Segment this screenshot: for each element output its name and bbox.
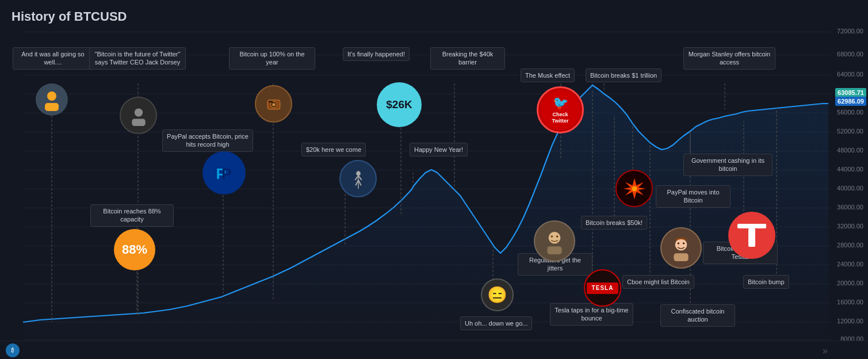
svg-point-24: [678, 242, 679, 244]
svg-point-0: [47, 91, 56, 101]
svg-point-18: [551, 235, 553, 237]
icon-paypal: P P: [202, 151, 246, 194]
y-label-72000: 72000.00: [837, 28, 863, 35]
y-label-68000: 68000.00: [837, 51, 863, 58]
y-label-12000: 12000.00: [837, 318, 863, 324]
nav-arrows-forward[interactable]: »: [823, 346, 828, 356]
price-chart-svg: [0, 0, 828, 345]
icon-starburst: [615, 170, 653, 207]
y-label-52000: 52000.00: [837, 128, 863, 135]
price-label-low: 62986.09: [835, 97, 866, 106]
icon-radio: [255, 85, 292, 123]
icon-person-climb: [339, 160, 377, 197]
icon-26k: $26K: [377, 82, 422, 127]
y-label-64000: 64000.00: [837, 71, 863, 78]
icon-sad-face: 😑: [481, 278, 514, 311]
icon-tesla-dark: TESLA: [584, 269, 621, 307]
svg-rect-17: [547, 246, 561, 254]
svg-point-11: [356, 171, 361, 175]
y-label-40000: 40000.00: [837, 185, 863, 192]
y-label-16000: 16000.00: [837, 299, 863, 305]
brand-logo: ₿: [6, 343, 20, 357]
y-label-24000: 24000.00: [837, 261, 863, 268]
svg-point-19: [556, 235, 558, 237]
y-label-32000: 32000.00: [837, 223, 863, 230]
svg-rect-3: [132, 119, 145, 126]
svg-point-25: [683, 242, 685, 244]
chart-container: History of BTCUSD 72000.00 68000.00 6400…: [0, 0, 868, 359]
svg-point-21: [632, 186, 637, 191]
icon-yellen: [534, 220, 575, 262]
icon-jack-dorsey: [120, 97, 157, 134]
icon-woman: [660, 227, 702, 269]
svg-rect-1: [45, 103, 59, 111]
y-label-28000: 28000.00: [837, 242, 863, 249]
price-label-high: 63085.71: [835, 88, 866, 97]
icon-88pct: 88%: [114, 229, 155, 270]
svg-rect-23: [674, 253, 688, 261]
svg-text:P: P: [221, 165, 232, 182]
svg-point-16: [549, 232, 561, 244]
y-label-56000: 56000.00: [837, 109, 863, 116]
svg-point-2: [134, 108, 142, 116]
svg-rect-27: [748, 228, 755, 247]
bottom-bar: ₿: [0, 341, 868, 359]
icon-tesla-red: [728, 212, 775, 259]
y-label-36000: 36000.00: [837, 204, 863, 211]
y-label-20000: 20000.00: [837, 280, 863, 287]
icon-person-1: [36, 83, 68, 116]
y-label-44000: 44000.00: [837, 166, 863, 173]
icon-musk-twitter: 🐦 Check Twitter: [537, 86, 584, 133]
y-label-48000: 48000.00: [837, 147, 863, 154]
svg-point-6: [272, 103, 275, 106]
svg-rect-7: [269, 101, 273, 102]
